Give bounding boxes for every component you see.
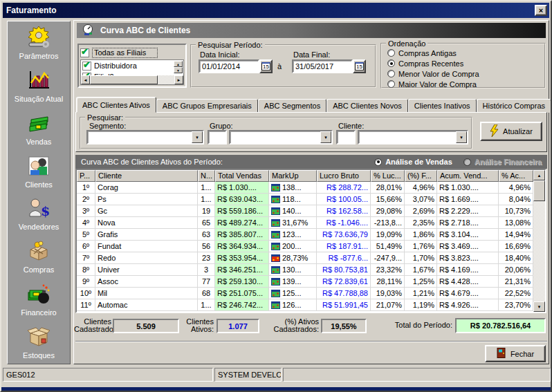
- filial-spinner[interactable]: ▲ ▼: [174, 61, 183, 73]
- column-header-lucro-bruto[interactable]: Lucro Bruto: [317, 170, 371, 182]
- gear-wrench-icon: [27, 26, 50, 50]
- column-header-cliente[interactable]: Cliente: [95, 170, 198, 182]
- close-button[interactable]: ×: [535, 5, 547, 16]
- sidebar-item-compras[interactable]: Compras: [8, 235, 70, 278]
- tab-abc-clientes-ativos[interactable]: ABC Clientes Ativos: [76, 97, 156, 113]
- table-row[interactable]: 6ºFundat56R$ 364.934...200...R$ 187.91..…: [77, 241, 533, 252]
- checkbox-checked-icon[interactable]: [80, 48, 89, 57]
- table-row[interactable]: 3ºGc19R$ 559.186...140...R$ 162.58...29,…: [77, 205, 533, 217]
- cell: 77: [198, 276, 215, 287]
- sidebar-item-financeiro[interactable]: Financeiro: [8, 278, 70, 321]
- titlebar[interactable]: Faturamento ×: [3, 3, 549, 18]
- cell: R$ 4.169....: [437, 264, 499, 275]
- analysis-mode-options: Análise de VendasAnálise Financeira: [374, 158, 542, 166]
- cell: 20,06%: [499, 264, 533, 275]
- radio-analise-de-vendas[interactable]: Análise de Vendas: [374, 158, 452, 166]
- cliente-select[interactable]: ▼: [358, 130, 468, 144]
- table-row[interactable]: 5ºGrafis63R$ 385.807...123...R$ 73.636,7…: [77, 229, 533, 241]
- scrollbar-thumb[interactable]: [90, 75, 158, 84]
- chevron-down-icon[interactable]: ▼: [456, 131, 467, 143]
- markup-red-icon: [271, 254, 280, 262]
- checkbox-checked-icon[interactable]: [82, 62, 91, 71]
- calendar-button[interactable]: 15: [353, 59, 366, 73]
- segmento-label: Segmento:: [89, 122, 126, 130]
- sidebar-item-label: Parâmetros: [19, 52, 59, 60]
- scroll-left-icon[interactable]: ◄: [81, 75, 90, 84]
- segmento-select[interactable]: ▼: [86, 130, 204, 144]
- radio-compras-antigas[interactable]: Compras Antigas: [382, 48, 544, 58]
- grupo-code-input[interactable]: [208, 130, 227, 144]
- filial-horizontal-scrollbar[interactable]: ◄ ►: [81, 75, 183, 84]
- gauge-icon: [82, 24, 94, 38]
- cell: 28,01%: [371, 182, 405, 193]
- cell: 123...: [269, 229, 317, 240]
- clientes-ativos-label: ClientesAtivos:: [182, 318, 214, 333]
- table-row[interactable]: 8ºUniver3R$ 346.251...130...R$ 80.753,81…: [77, 264, 533, 276]
- fechar-button[interactable]: Fechar: [485, 345, 546, 362]
- cell: Gc: [95, 205, 198, 216]
- cell: 19,03%: [371, 288, 405, 299]
- chevron-down-icon[interactable]: ▼: [320, 131, 331, 143]
- table-row[interactable]: 10ºMil68R$ 251.075...125...R$ 47.788,881…: [77, 288, 533, 299]
- filiais-all-row[interactable]: Todas as Filiais: [79, 45, 185, 59]
- column-header-acum-vend[interactable]: Acum. Vend...: [437, 170, 499, 182]
- table-row[interactable]: 1ºCorag1...R$ 1.030....138...R$ 288.72..…: [77, 182, 533, 194]
- radio-icon: [387, 70, 395, 77]
- sidebar-item-parametros[interactable]: Parâmetros: [8, 21, 70, 64]
- cell: R$ 51.991,45: [317, 299, 371, 310]
- sidebar-item-clientes[interactable]: Clientes: [8, 150, 70, 193]
- scroll-right-icon[interactable]: ►: [174, 75, 183, 84]
- sidebar-item-estoques[interactable]: Estoques: [8, 321, 70, 364]
- scroll-down-icon[interactable]: ▼: [533, 301, 545, 312]
- chevron-down-icon[interactable]: ▼: [192, 131, 203, 143]
- tab-abc-clientes-novos[interactable]: ABC Clientes Novos: [326, 99, 408, 113]
- calendar-button[interactable]: 15: [259, 59, 273, 73]
- filial-list[interactable]: DistribuidoraFilial2 ▲ ▼ ◄ ►: [80, 59, 184, 85]
- sidebar-item-label: Estoques: [23, 351, 55, 360]
- tab-abc-segmentos[interactable]: ABC Segmentos: [258, 99, 326, 113]
- spin-down-icon[interactable]: ▼: [174, 67, 183, 73]
- sidebar-item-vendas[interactable]: Vendas: [8, 107, 70, 150]
- table-row[interactable]: 4ºNova65R$ 489.274...31,67%R$ -1.046....…: [77, 217, 533, 229]
- table-row[interactable]: 9ºAssoc77R$ 259.130...139...R$ 72.839,61…: [77, 276, 533, 288]
- column-header-ac[interactable]: % Ac...: [499, 170, 533, 182]
- main-panel: Curva ABC de Clientes Todas as Filiais D…: [73, 20, 549, 364]
- table-row[interactable]: 11ºAutomac1...R$ 246.742...126...R$ 51.9…: [77, 299, 533, 311]
- cliente-code-input[interactable]: [336, 130, 356, 144]
- radio-maior-valor-de-compra[interactable]: Maior Valor de Compra: [382, 79, 544, 89]
- column-header-p[interactable]: P...: [77, 170, 95, 182]
- scroll-up-icon[interactable]: ▲: [533, 170, 545, 180]
- table-row[interactable]: 7ºRedo23R$ 353.954...28,73%R$ -877.6...-…: [77, 252, 533, 264]
- radio-menor-valor-de-compra[interactable]: Menor Valor de Compra: [382, 68, 544, 79]
- cell: Fundat: [95, 241, 198, 252]
- column-header-f[interactable]: (%) F...: [405, 170, 437, 182]
- pct-ativos-label: (%) AtivosCadastrados:: [262, 318, 319, 333]
- grupo-select[interactable]: ▼: [229, 130, 333, 144]
- periodo-groupbox: Pesquisar Período: Data Inicial: Data Fi…: [190, 41, 376, 88]
- tab-clientes-inativos[interactable]: Clientes Inativos: [408, 99, 477, 113]
- atualizar-label: Atualizar: [503, 127, 533, 136]
- sidebar-item-vendedores[interactable]: $Vendedores: [8, 193, 70, 236]
- tab-abc-grupos-empresariais[interactable]: ABC Grupos Empresariais: [156, 99, 258, 113]
- stock-box-icon: [27, 325, 50, 350]
- column-header-markup[interactable]: MarkUp: [269, 170, 317, 182]
- grid-body: 1ºCorag1...R$ 1.030....138...R$ 288.72..…: [77, 182, 533, 311]
- table-row[interactable]: 2ºPs1...R$ 639.043...118...R$ 100.05...1…: [77, 194, 533, 205]
- spin-up-icon[interactable]: ▲: [174, 61, 183, 67]
- filial-item-distribuidora[interactable]: Distribuidora: [81, 60, 183, 71]
- radio-compras-recentes[interactable]: Compras Recentes: [382, 58, 544, 68]
- column-header-luc[interactable]: % Luc...: [371, 170, 405, 182]
- seller-dollar-icon: $: [27, 196, 50, 221]
- data-final-input[interactable]: [292, 59, 353, 73]
- scrollbar-thumb[interactable]: [533, 180, 545, 201]
- tab-historico-compras[interactable]: Histórico Compras: [477, 99, 551, 113]
- data-inicial-input[interactable]: [199, 59, 259, 73]
- sidebar-item-situacao-atual[interactable]: Situação Atual: [8, 64, 70, 107]
- grid-vertical-scrollbar[interactable]: ▲ ▼: [533, 170, 545, 312]
- people-icon: [27, 154, 50, 179]
- column-header-total-vendas[interactable]: Total Vendas: [215, 170, 269, 182]
- radio-icon: [374, 158, 382, 166]
- atualizar-button[interactable]: Atualizar: [480, 122, 542, 141]
- column-header-n[interactable]: N...: [198, 170, 215, 182]
- cell: -213,8...: [371, 217, 405, 228]
